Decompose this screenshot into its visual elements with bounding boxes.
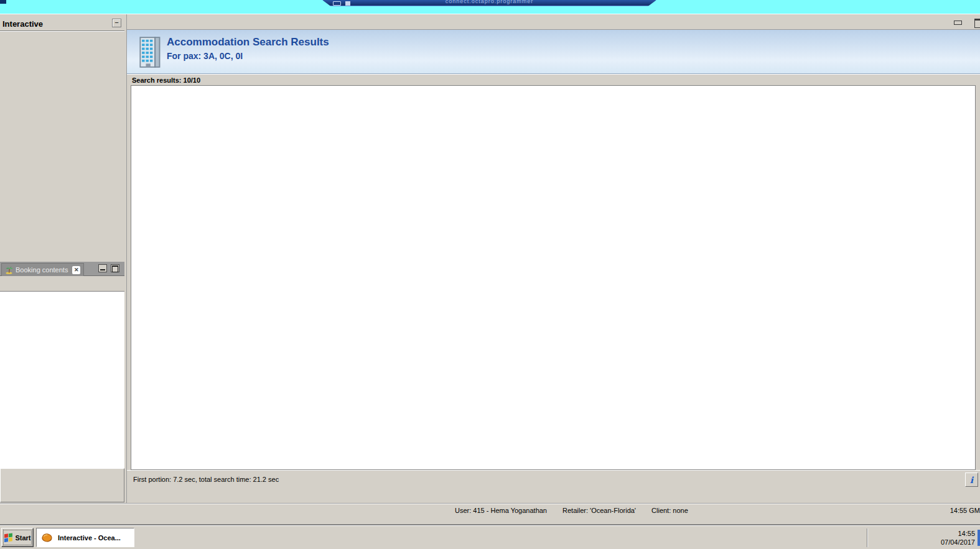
tray-date: 07/04/2017 bbox=[941, 538, 975, 547]
status-client: Client: none bbox=[651, 507, 688, 514]
booking-contents-toolbar bbox=[0, 276, 124, 291]
sidebar-tree bbox=[0, 31, 124, 35]
background-window-corner bbox=[0, 0, 6, 4]
booking-contents-maximize-button[interactable] bbox=[111, 264, 119, 272]
booking-contents-list bbox=[0, 291, 124, 469]
task-label: Interactive - Ocea... bbox=[58, 534, 121, 542]
main-panel: Accommodation Search Results For pax: 3A… bbox=[126, 14, 980, 503]
background-window-button2-icon bbox=[345, 1, 350, 6]
booking-contents-icon bbox=[5, 266, 13, 274]
sidebar-header: Interactive − bbox=[0, 17, 124, 31]
booking-contents-tab[interactable]: Booking contents ✕ bbox=[1, 263, 84, 276]
page-subtitle: For pax: 3A, 0C, 0I bbox=[167, 51, 243, 61]
results-header: Accommodation Search Results For pax: 3A… bbox=[127, 30, 980, 74]
booking-contents-panel: Booking contents ✕ bbox=[0, 262, 124, 502]
windows-flag-icon bbox=[4, 533, 13, 542]
app-window: Interactive − Booking contents ✕ bbox=[0, 14, 980, 525]
status-time: 14:55 GM bbox=[950, 507, 980, 514]
background-window-titlebar[interactable]: connect.octapro.programmer bbox=[322, 0, 656, 6]
tray-divider bbox=[867, 528, 868, 547]
start-button[interactable]: Start bbox=[1, 528, 34, 547]
status-retailer: Retailer: 'Ocean-Florida' bbox=[562, 507, 636, 514]
background-window-button-icon bbox=[333, 1, 341, 6]
info-button[interactable]: i bbox=[965, 473, 978, 487]
search-time-text: First portion: 7.2 sec, total search tim… bbox=[133, 476, 279, 483]
document-tab-bar bbox=[127, 17, 980, 30]
screen: $$$ $ bbox=[0, 0, 980, 549]
minimize-icon[interactable] bbox=[953, 18, 963, 27]
results-grid bbox=[131, 85, 976, 470]
status-bar: User: 415 - Hema Yoganathan Retailer: 'O… bbox=[0, 503, 980, 517]
sidebar-collapse-button[interactable]: − bbox=[112, 19, 121, 27]
tray-edge-item bbox=[978, 530, 980, 546]
booking-contents-totals bbox=[0, 468, 124, 502]
booking-contents-title: Booking contents bbox=[16, 266, 68, 274]
tray-clock[interactable]: 14:55 07/04/2017 bbox=[941, 529, 975, 547]
tray-time: 14:55 bbox=[941, 529, 975, 538]
background-window-title: connect.octapro.programmer bbox=[446, 0, 534, 4]
page-title: Accommodation Search Results bbox=[167, 36, 329, 48]
app-icon bbox=[41, 532, 54, 544]
sidebar-panel: Interactive − bbox=[0, 17, 124, 262]
desktop-strip: connect.octapro.programmer bbox=[0, 0, 980, 14]
status-user: User: 415 - Hema Yoganathan bbox=[455, 507, 547, 514]
start-label: Start bbox=[15, 534, 30, 542]
booking-contents-close-icon[interactable]: ✕ bbox=[72, 266, 80, 274]
booking-contents-header: Booking contents ✕ bbox=[0, 262, 124, 276]
booking-contents-minimize-button[interactable] bbox=[98, 264, 107, 272]
search-results-count: Search results: 10/10 bbox=[127, 74, 980, 85]
hotel-building-icon bbox=[136, 34, 163, 70]
session-tab-bar bbox=[128, 487, 980, 502]
maximize-icon[interactable] bbox=[973, 18, 980, 27]
search-time-bar: First portion: 7.2 sec, total search tim… bbox=[127, 470, 980, 487]
taskbar-task-button[interactable]: Interactive - Ocea... bbox=[36, 528, 134, 547]
sidebar-title: Interactive bbox=[2, 19, 43, 29]
taskbar: Start Interactive - Ocea... 14:55 07/04/… bbox=[0, 525, 980, 549]
